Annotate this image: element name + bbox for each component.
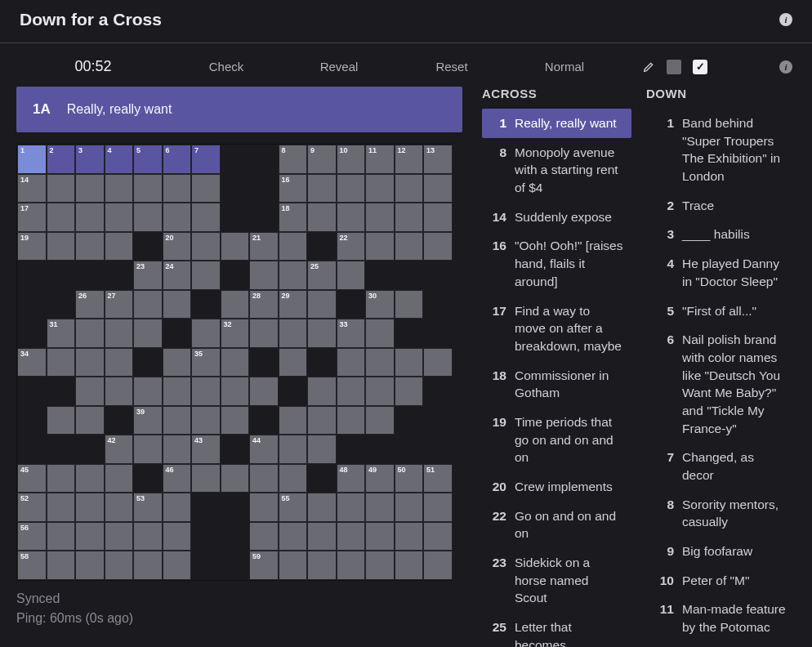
- grid-cell[interactable]: [365, 174, 395, 203]
- reveal-button[interactable]: Reveal: [286, 56, 392, 77]
- pencil-icon[interactable]: [642, 60, 655, 74]
- grid-cell[interactable]: [221, 232, 250, 261]
- grid-cell[interactable]: [133, 551, 163, 580]
- clue-item[interactable]: 17Find a way to move on after a breakdow…: [482, 297, 631, 361]
- grid-cell[interactable]: [47, 406, 76, 435]
- grid-cell[interactable]: 21: [249, 232, 279, 261]
- grid-cell[interactable]: [395, 232, 424, 261]
- clue-item[interactable]: 8Sorority mentors, casually: [646, 490, 796, 537]
- grid-cell[interactable]: [221, 348, 250, 377]
- grid-cell[interactable]: 5: [133, 145, 163, 174]
- grid-cell[interactable]: [105, 319, 134, 348]
- grid-cell[interactable]: 35: [191, 348, 221, 377]
- grid-cell[interactable]: [105, 551, 134, 580]
- grid-cell[interactable]: [163, 203, 192, 232]
- clue-item[interactable]: 16"Ooh! Ooh!" [raises hand, flails it ar…: [482, 231, 631, 296]
- grid-cell[interactable]: [365, 348, 395, 377]
- grid-cell[interactable]: 23: [133, 261, 163, 290]
- grid-cell[interactable]: [307, 319, 337, 348]
- grid-cell[interactable]: 43: [191, 435, 221, 464]
- grid-cell[interactable]: [307, 551, 337, 580]
- clue-item[interactable]: 14Suddenly expose: [482, 203, 631, 232]
- grid-cell[interactable]: [279, 319, 308, 348]
- color-swatch[interactable]: [667, 60, 681, 74]
- grid-cell[interactable]: 20: [163, 232, 192, 261]
- grid-cell[interactable]: [47, 522, 76, 551]
- grid-cell[interactable]: [365, 522, 395, 551]
- grid-cell[interactable]: [75, 551, 105, 580]
- grid-cell[interactable]: [75, 348, 105, 377]
- info-icon[interactable]: i: [779, 13, 792, 26]
- grid-cell[interactable]: [337, 348, 366, 377]
- grid-cell[interactable]: [423, 203, 453, 232]
- grid-cell[interactable]: [163, 406, 192, 435]
- grid-cell[interactable]: [191, 232, 221, 261]
- grid-cell[interactable]: [279, 551, 308, 580]
- grid-cell[interactable]: [279, 464, 308, 493]
- grid-cell[interactable]: [423, 348, 453, 377]
- grid-cell[interactable]: [75, 493, 105, 522]
- grid-cell[interactable]: [365, 551, 395, 580]
- grid-cell[interactable]: [365, 232, 395, 261]
- grid-cell[interactable]: [75, 203, 105, 232]
- grid-cell[interactable]: [395, 203, 424, 232]
- grid-cell[interactable]: 12: [395, 145, 424, 174]
- grid-cell[interactable]: 58: [17, 551, 47, 580]
- autocheck-checkbox[interactable]: ✓: [693, 60, 707, 74]
- grid-cell[interactable]: 6: [163, 145, 192, 174]
- grid-cell[interactable]: [105, 232, 134, 261]
- grid-cell[interactable]: 49: [365, 464, 395, 493]
- grid-cell[interactable]: [163, 435, 192, 464]
- grid-cell[interactable]: 30: [365, 290, 395, 319]
- grid-cell[interactable]: [47, 348, 76, 377]
- grid-cell[interactable]: 13: [423, 145, 453, 174]
- grid-cell[interactable]: [105, 377, 134, 406]
- grid-cell[interactable]: [279, 435, 308, 464]
- clue-item[interactable]: 4He played Danny in "Doctor Sleep": [646, 249, 796, 296]
- grid-cell[interactable]: 26: [75, 290, 105, 319]
- grid-cell[interactable]: [395, 174, 424, 203]
- grid-cell[interactable]: 28: [249, 290, 279, 319]
- grid-cell[interactable]: [105, 174, 134, 203]
- clue-item[interactable]: 8Monopoly avenue with a starting rent of…: [482, 138, 631, 203]
- grid-cell[interactable]: [163, 290, 192, 319]
- grid-cell[interactable]: [221, 377, 250, 406]
- grid-cell[interactable]: [279, 522, 308, 551]
- grid-cell[interactable]: 39: [133, 406, 163, 435]
- grid-cell[interactable]: [423, 493, 453, 522]
- grid-cell[interactable]: [47, 232, 76, 261]
- grid-cell[interactable]: 2: [47, 145, 76, 174]
- clue-item[interactable]: 12"No need to be shy: [646, 642, 796, 647]
- grid-cell[interactable]: [133, 435, 163, 464]
- grid-cell[interactable]: [337, 522, 366, 551]
- clue-item[interactable]: 9Big foofaraw: [646, 537, 796, 566]
- grid-cell[interactable]: [163, 522, 192, 551]
- grid-cell[interactable]: [395, 377, 424, 406]
- grid-cell[interactable]: [395, 551, 424, 580]
- grid-cell[interactable]: 50: [395, 464, 424, 493]
- grid-cell[interactable]: [75, 464, 105, 493]
- grid-cell[interactable]: 52: [17, 493, 47, 522]
- grid-cell[interactable]: [249, 464, 279, 493]
- grid-cell[interactable]: 24: [163, 261, 192, 290]
- grid-cell[interactable]: [307, 174, 337, 203]
- grid-cell[interactable]: [307, 377, 337, 406]
- clue-item[interactable]: 3____ habilis: [646, 220, 796, 249]
- grid-cell[interactable]: [105, 203, 134, 232]
- grid-cell[interactable]: [163, 174, 192, 203]
- clue-item[interactable]: 10Peter of "M": [646, 566, 796, 596]
- clue-item[interactable]: 7Changed, as decor: [646, 443, 796, 489]
- grid-cell[interactable]: 14: [17, 174, 47, 203]
- grid-cell[interactable]: 31: [47, 319, 76, 348]
- grid-cell[interactable]: [249, 493, 279, 522]
- grid-cell[interactable]: [105, 493, 134, 522]
- grid-cell[interactable]: 27: [105, 290, 134, 319]
- clue-item[interactable]: 6Nail polish brand with color names like…: [646, 325, 796, 443]
- grid-cell[interactable]: 3: [75, 145, 105, 174]
- grid-cell[interactable]: [279, 348, 308, 377]
- check-button[interactable]: Check: [173, 56, 279, 77]
- grid-cell[interactable]: [133, 522, 163, 551]
- grid-cell[interactable]: 7: [191, 145, 221, 174]
- grid-cell[interactable]: [365, 406, 395, 435]
- grid-cell[interactable]: [75, 319, 105, 348]
